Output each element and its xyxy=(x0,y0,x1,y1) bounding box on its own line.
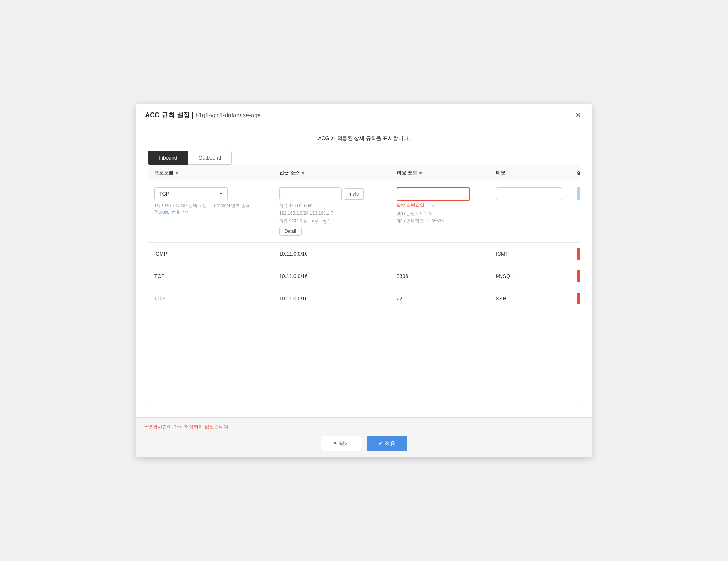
table-row: TCP 10.11.0.0/16 22 SSH ✕ xyxy=(148,287,580,310)
subtitle-text: b1g1-vpc1-database-age xyxy=(195,112,261,118)
dialog-title: ACG 규칙 설정 | b1g1-vpc1-database-age xyxy=(145,111,261,119)
row-port: 3306 xyxy=(391,268,490,284)
source-input-group: myIp xyxy=(279,187,385,200)
row-protocol: TCP xyxy=(148,290,273,307)
row-port: 22 xyxy=(391,290,490,307)
th-settings: 설정 xyxy=(571,165,580,181)
row-delete-cell: ✕ xyxy=(571,287,580,310)
apply-button[interactable]: ✔ 적용 xyxy=(367,436,407,451)
delete-row-button[interactable]: ✕ xyxy=(577,248,580,260)
th-memo: 메모 xyxy=(490,165,571,181)
protocol-hint: TCP, UDP, ICMP 선택 또는 IP Protocol 번호 입력 P… xyxy=(154,202,267,215)
tab-outbound[interactable]: Outbound xyxy=(188,151,232,165)
th-port: 허용 포트 xyxy=(391,165,490,181)
row-protocol: ICMP xyxy=(148,246,273,262)
port-error-message: 필수 입력값입니다. xyxy=(397,202,484,208)
protocol-link[interactable]: Protocol 번호 상세 xyxy=(154,210,191,215)
footer-buttons: ✕ 닫기 ✔ 적용 xyxy=(145,436,583,451)
row-source: 10.11.0.0/16 xyxy=(273,246,391,262)
memo-cell xyxy=(490,185,571,202)
delete-row-button[interactable]: ✕ xyxy=(577,270,580,282)
required-dot-source xyxy=(302,172,304,174)
description-text: ACG 에 적용된 상세 규칙을 표시합니다. xyxy=(148,135,580,142)
title-text: ACG 규칙 설정 xyxy=(145,111,190,119)
close-button[interactable]: ✕ xyxy=(574,110,583,120)
add-rule-button[interactable]: + 추가 xyxy=(577,187,580,200)
th-source: 접근 소스 xyxy=(273,165,391,181)
table-row: TCP 10.11.0.0/16 3306 MySQL ✕ xyxy=(148,265,580,287)
protocol-select[interactable]: TCP UDP ICMP xyxy=(154,187,228,200)
protocol-select-wrapper: TCP UDP ICMP ▼ xyxy=(154,187,228,200)
cancel-button[interactable]: ✕ 닫기 xyxy=(321,436,362,451)
row-memo: ICMP xyxy=(490,246,571,262)
required-dot-port xyxy=(419,172,422,174)
row-port xyxy=(391,249,490,259)
input-row: TCP UDP ICMP ▼ TCP, UDP, ICMP 선택 또는 IP P… xyxy=(148,181,580,243)
row-source: 10.11.0.0/16 xyxy=(273,290,391,307)
th-protocol: 프로토콜 xyxy=(148,165,273,181)
source-hint: 예1) IP: 0.0.0.0/0, 192.168.1.0/24,192.16… xyxy=(279,202,385,225)
port-hint: 예1) 단일포트 : 22 예2) 범위지정 : 1-65535 xyxy=(397,210,484,225)
row-protocol: TCP xyxy=(148,268,273,284)
row-delete-cell: ✕ xyxy=(571,243,580,265)
dialog-body: ACG 에 적용된 상세 규칙을 표시합니다. Inbound Outbound… xyxy=(136,126,592,417)
delete-row-button[interactable]: ✕ xyxy=(577,293,580,304)
title-separator: | xyxy=(192,111,195,119)
row-source: 10.11.0.0/16 xyxy=(273,268,391,284)
protocol-cell: TCP UDP ICMP ▼ TCP, UDP, ICMP 선택 또는 IP P… xyxy=(148,185,273,218)
port-input[interactable] xyxy=(397,187,470,201)
required-dot-protocol xyxy=(176,172,178,174)
source-cell: myIp 예1) IP: 0.0.0.0/0, 192.168.1.0/24,1… xyxy=(273,185,391,238)
rules-table: 프로토콜 접근 소스 허용 포트 메모 설정 xyxy=(148,165,580,408)
table-header: 프로토콜 접근 소스 허용 포트 메모 설정 xyxy=(148,165,580,181)
acg-dialog: ACG 규칙 설정 | b1g1-vpc1-database-age ✕ ACG… xyxy=(136,104,592,457)
row-delete-cell: ✕ xyxy=(571,265,580,287)
dialog-header: ACG 규칙 설정 | b1g1-vpc1-database-age ✕ xyxy=(136,104,592,126)
port-cell: 필수 입력값입니다. 예1) 단일포트 : 22 예2) 범위지정 : 1-65… xyxy=(391,185,490,227)
table-row: ICMP 10.11.0.0/16 ICMP ✕ xyxy=(148,243,580,265)
dialog-footer: 변경사항이 아직 저장되지 않았습니다. ✕ 닫기 ✔ 적용 xyxy=(136,417,592,457)
memo-input[interactable] xyxy=(496,187,562,200)
empty-area xyxy=(148,310,580,398)
tabs-container: Inbound Outbound xyxy=(148,151,580,165)
tab-inbound[interactable]: Inbound xyxy=(148,151,188,165)
row-memo: SSH xyxy=(490,290,571,307)
detail-button[interactable]: Detail xyxy=(279,227,302,236)
row-memo: MySQL xyxy=(490,268,571,284)
source-input[interactable] xyxy=(279,187,342,200)
unsaved-message: 변경사항이 아직 저장되지 않았습니다. xyxy=(145,424,583,430)
add-cell: + 추가 xyxy=(571,185,580,202)
myip-button[interactable]: myIp xyxy=(344,188,364,200)
